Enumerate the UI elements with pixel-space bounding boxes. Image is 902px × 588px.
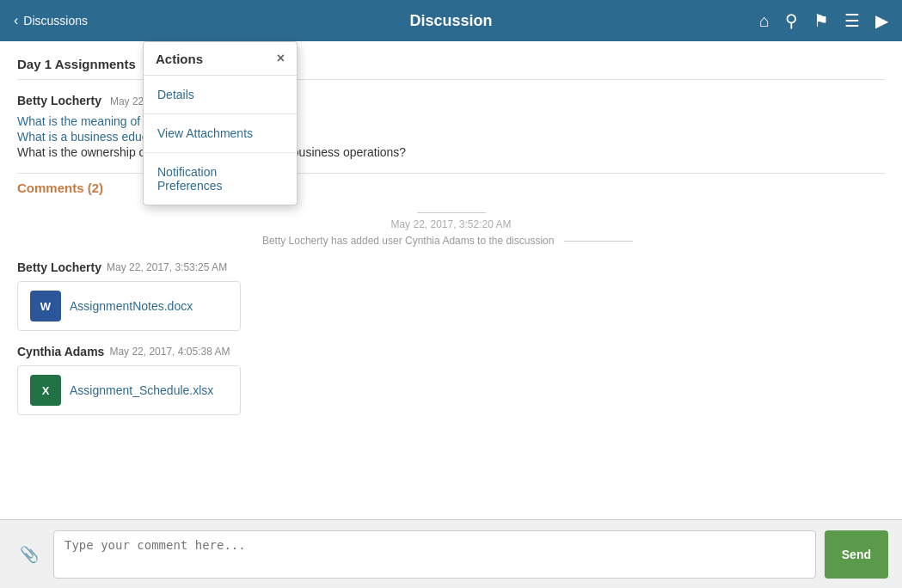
actions-menu-header: Actions × <box>144 42 297 76</box>
comment-author-2: Cynthia Adams <box>17 345 104 358</box>
post-date: May 22, <box>110 95 147 107</box>
comment-author-row-2: Cynthia Adams May 22, 2017, 4:05:38 AM <box>17 345 885 358</box>
actions-item-attachments[interactable]: View Attachments <box>144 114 297 153</box>
system-message-date: May 22, 2017, 3:52:20 AM <box>17 218 885 230</box>
chevron-left-icon: ‹ <box>14 13 18 28</box>
menu-icon[interactable]: ☰ <box>844 10 860 31</box>
file-attachment-1[interactable]: W AssignmentNotes.docx <box>17 281 241 331</box>
comment-date-1: May 22, 2017, 3:53:25 AM <box>107 261 227 273</box>
file-name-1[interactable]: AssignmentNotes.docx <box>70 299 193 313</box>
day1-title: Day 1 Assignments <box>17 57 136 71</box>
page-title: Discussion <box>409 12 492 30</box>
circle-nav-icon[interactable]: ▶ <box>875 10 888 31</box>
comment-input[interactable] <box>53 530 816 579</box>
attach-button[interactable]: 📎 <box>14 539 45 570</box>
word-icon: W <box>30 291 61 322</box>
system-message-text: Betty Locherty has added user Cynthia Ad… <box>262 235 555 247</box>
back-button[interactable]: ‹ Discussions <box>14 13 88 28</box>
post-author-name: Betty Locherty <box>17 94 101 107</box>
actions-menu: Actions × Details View Attachments Notif… <box>143 41 298 205</box>
send-button[interactable]: Send <box>825 530 888 579</box>
header: ‹ Discussions Discussion ⌂ ⚲ ⚑ ☰ ▶ <box>0 0 902 41</box>
excel-icon: X <box>30 375 61 406</box>
search-icon[interactable]: ⚲ <box>785 10 798 31</box>
header-icons: ⌂ ⚲ ⚑ ☰ ▶ <box>759 10 888 31</box>
comment-author-1: Betty Locherty <box>17 260 101 274</box>
bottom-bar: 📎 Send <box>0 519 902 588</box>
actions-close-button[interactable]: × <box>277 51 285 66</box>
system-message: May 22, 2017, 3:52:20 AM Betty Locherty … <box>17 205 885 247</box>
actions-item-details[interactable]: Details <box>144 76 297 114</box>
actions-menu-title: Actions <box>156 52 203 66</box>
comment-author-row-1: Betty Locherty May 22, 2017, 3:53:25 AM <box>17 260 885 274</box>
flag-icon[interactable]: ⚑ <box>813 10 829 31</box>
file-attachment-2[interactable]: X Assignment_Schedule.xlsx <box>17 365 241 415</box>
comment-date-2: May 22, 2017, 4:05:38 AM <box>109 346 230 358</box>
main-content: Day 1 Assignments ✓ Betty Locherty May 2… <box>0 41 902 519</box>
back-label: Discussions <box>23 14 88 28</box>
file-name-2[interactable]: Assignment_Schedule.xlsx <box>70 383 213 397</box>
home-icon[interactable]: ⌂ <box>759 11 770 31</box>
actions-item-notifications[interactable]: Notification Preferences <box>144 153 297 205</box>
comment-item-1: Betty Locherty May 22, 2017, 3:53:25 AM … <box>17 260 885 331</box>
comment-item-2: Cynthia Adams May 22, 2017, 4:05:38 AM X… <box>17 345 885 415</box>
